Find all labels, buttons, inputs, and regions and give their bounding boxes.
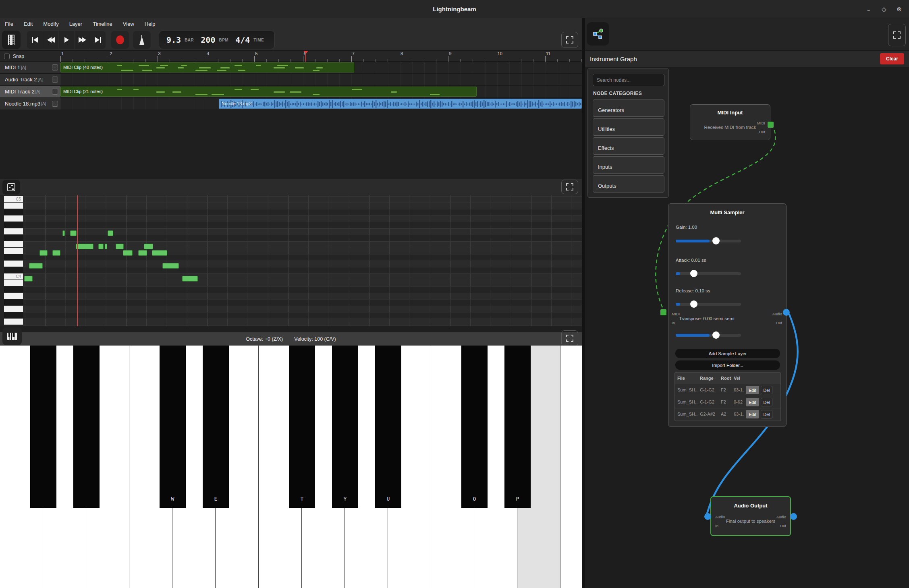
menu-item-file[interactable]: File — [5, 21, 13, 27]
delete-layer-button[interactable]: Del — [761, 410, 772, 418]
black-key-Y[interactable]: Y — [332, 346, 358, 508]
close-icon[interactable]: ⊗ — [897, 6, 902, 13]
black-key-T[interactable]: T — [289, 346, 315, 508]
track-mute-button[interactable]: - — [52, 64, 58, 70]
fast-forward-button[interactable] — [74, 31, 90, 49]
track-header[interactable]: MIDI Track 2[A]- — [0, 86, 60, 97]
track-lane[interactable]: MIDI Clip (21 notes) — [60, 86, 582, 97]
midi-clip[interactable]: MIDI Clip (40 notes) — [60, 62, 354, 72]
import-folder-button[interactable]: Import Folder... — [675, 360, 780, 370]
midi-note[interactable] — [144, 244, 153, 249]
category-outputs[interactable]: Outputs — [593, 175, 664, 193]
panel-divider[interactable] — [582, 18, 585, 588]
track-mute-button[interactable]: - — [52, 89, 58, 95]
pianoroll-key-g4[interactable] — [4, 228, 23, 235]
pianoroll-key-f4[interactable] — [4, 241, 23, 248]
keyboard-fullscreen-button[interactable] — [561, 330, 578, 346]
track-header[interactable]: MIDI 1[A]- — [0, 62, 60, 73]
keyboard-panel-button[interactable] — [2, 327, 22, 345]
midi-note[interactable] — [39, 250, 48, 256]
midi-note[interactable] — [138, 250, 147, 256]
track-lane[interactable]: Noodle 18.mp3 — [60, 98, 582, 110]
transpose-slider-thumb[interactable] — [712, 331, 720, 339]
track-lane[interactable]: MIDI Clip (40 notes) — [60, 62, 582, 73]
release-slider[interactable] — [676, 303, 741, 306]
film-strip-button[interactable] — [2, 31, 21, 49]
pianoroll-panel-button[interactable] — [2, 180, 20, 195]
category-inputs[interactable]: Inputs — [593, 156, 664, 174]
pianoroll-key-g#3[interactable] — [4, 299, 23, 306]
pianoroll-playhead[interactable] — [77, 195, 78, 326]
midi-note[interactable] — [29, 263, 43, 269]
edit-layer-button[interactable]: Edit — [746, 410, 759, 418]
midi-note[interactable] — [62, 230, 65, 236]
graph-fullscreen-button[interactable] — [888, 24, 906, 46]
category-utilities[interactable]: Utilities — [593, 118, 664, 136]
audio-out-port[interactable] — [790, 513, 797, 520]
pianoroll-fullscreen-button[interactable] — [561, 180, 578, 194]
skip-to-start-button[interactable] — [27, 31, 43, 49]
pianoroll-key-f#3[interactable] — [4, 312, 23, 319]
black-key-W[interactable]: W — [160, 346, 186, 508]
pianoroll-key-b3[interactable] — [4, 280, 23, 286]
midi-note[interactable] — [123, 250, 133, 256]
timeline-playhead[interactable] — [305, 51, 306, 62]
category-effects[interactable]: Effects — [593, 137, 664, 155]
menu-item-view[interactable]: View — [123, 21, 134, 27]
node-midi-input[interactable]: MIDI Input Receives MIDI from track MIDI… — [690, 104, 770, 140]
add-sample-layer-button[interactable]: Add Sample Layer — [675, 349, 780, 358]
edit-layer-button[interactable]: Edit — [746, 398, 759, 406]
menu-item-modify[interactable]: Modify — [43, 21, 58, 27]
attack-slider-thumb[interactable] — [690, 270, 697, 277]
transpose-slider[interactable] — [676, 334, 741, 337]
timeline-ruler[interactable]: 1234567891011 — [60, 51, 582, 62]
track-mute-button[interactable]: - — [52, 77, 58, 83]
audio-out-port[interactable] — [783, 309, 790, 316]
release-slider-thumb[interactable] — [690, 300, 697, 308]
black-key-E[interactable]: E — [203, 346, 229, 508]
pianoroll-key-c5[interactable]: C5 — [4, 196, 23, 203]
audio-clip[interactable]: Noodle 18.mp3 — [219, 99, 582, 109]
midi-note[interactable] — [24, 276, 33, 282]
snap-checkbox[interactable] — [4, 54, 10, 59]
pianoroll-key-g#4[interactable] — [4, 222, 23, 228]
pianoroll-key-a#3[interactable] — [4, 286, 23, 293]
audio-in-port[interactable] — [704, 513, 711, 520]
midi-in-port[interactable] — [660, 309, 666, 315]
pianoroll-key-c#4[interactable] — [4, 267, 23, 273]
midi-note[interactable] — [52, 250, 60, 256]
metronome-button[interactable] — [133, 31, 151, 49]
node-audio-output[interactable]: Audio Output Final output to speakers Au… — [710, 496, 791, 536]
midi-clip[interactable]: MIDI Clip (21 notes) — [60, 87, 477, 97]
midi-note[interactable] — [70, 230, 77, 236]
midi-note[interactable] — [108, 230, 113, 236]
midi-note[interactable] — [162, 263, 179, 269]
midi-note[interactable] — [76, 244, 93, 249]
track-lane[interactable] — [60, 74, 582, 85]
play-button[interactable] — [58, 31, 74, 49]
gain-slider[interactable] — [676, 240, 741, 242]
record-button[interactable] — [111, 31, 129, 49]
black-key[interactable] — [73, 346, 100, 508]
maximize-icon[interactable]: ◇ — [882, 6, 886, 13]
edit-layer-button[interactable]: Edit — [746, 386, 759, 394]
track-header[interactable]: Noodle 18.mp3[A]- — [0, 98, 60, 110]
white-key[interactable] — [560, 346, 582, 588]
menu-item-timeline[interactable]: Timeline — [93, 21, 112, 27]
rewind-button[interactable] — [43, 31, 58, 49]
timeline-fullscreen-button[interactable] — [561, 32, 578, 48]
midi-note[interactable] — [182, 276, 198, 282]
pianoroll-key-a#4[interactable] — [4, 209, 23, 215]
track-header[interactable]: Audio Track 2[A]- — [0, 74, 60, 85]
midi-note[interactable] — [98, 244, 104, 249]
midi-out-port[interactable] — [768, 122, 774, 128]
midi-note[interactable] — [152, 250, 167, 256]
clear-graph-button[interactable]: Clear — [880, 53, 904, 64]
delete-layer-button[interactable]: Del — [761, 386, 772, 394]
menu-item-layer[interactable]: Layer — [69, 21, 83, 27]
pianoroll-key-d4[interactable] — [4, 261, 23, 267]
delete-layer-button[interactable]: Del — [761, 398, 772, 406]
black-key[interactable] — [30, 346, 56, 508]
midi-note[interactable] — [105, 244, 107, 249]
pianoroll-key-a4[interactable] — [4, 215, 23, 222]
